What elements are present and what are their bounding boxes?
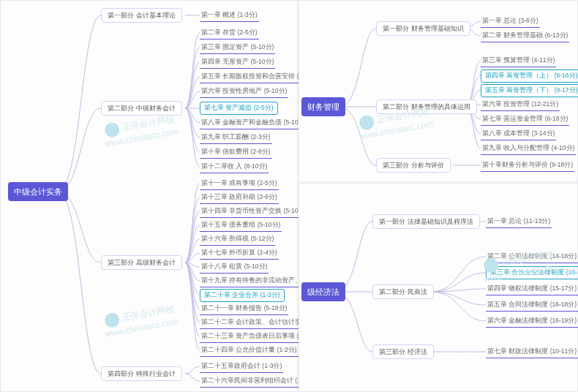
leaf-label: 第十章财务分析与评价 (9-18分): [482, 161, 573, 170]
mindmap-financial-management: 财务管理 第一部分 财务管理基础知识 第二部分 财务管理的具体运用 第三部分 分…: [299, 0, 578, 182]
leaf-node[interactable]: 第十二章收 入 (8-10分): [200, 161, 269, 173]
leaf-label: 第二十四章 公允价值计量 (1-2分): [201, 346, 297, 355]
leaf-node[interactable]: 第二十五章政府会计 (1-3分): [200, 361, 283, 373]
leaf-node[interactable]: 第六章 投资管理 (12-21分): [481, 99, 560, 111]
leaf-node[interactable]: 第九章 收入与分配管理 (4-10分): [481, 143, 576, 155]
leaf-label: 第四章 物权法律制度 (15-17分): [487, 284, 577, 293]
leaf-label: 第四章 筹资管理（上） (6-16分): [485, 72, 577, 80]
leaf-label: 第八章 金融资产和金融负债 (5-10分): [201, 118, 307, 127]
group-part1[interactable]: 第一部分 会计基本理论: [101, 8, 182, 23]
root-financial-management[interactable]: 财务管理: [301, 97, 345, 116]
leaf-node[interactable]: 第四章 无形资产 (5-10分): [200, 56, 275, 69]
leaf-node[interactable]: 第二章 存货 (2-5分): [200, 27, 259, 39]
leaf-node-highlighted[interactable]: 第五章 筹资管理（下） (9-17分): [481, 84, 578, 97]
leaf-label: 第五章 筹资管理（下） (9-17分): [485, 86, 577, 95]
leaf-node[interactable]: 第七章 营运资金管理 (6-18分): [481, 113, 569, 126]
group-label: 第四部分 特殊行业会计: [108, 369, 176, 379]
leaf-label: 第十七章 外币折算 (2-4分): [201, 249, 277, 257]
leaf-label: 第五章 长期股权投资和合营安排 (7-1…: [201, 72, 314, 81]
leaf-label: 第七章 财政法律制度 (10-11分): [487, 347, 577, 356]
root-label: 财务管理: [307, 102, 339, 113]
group-label: 第三部分 高级财务会计: [108, 258, 176, 268]
leaf-node-highlighted[interactable]: 第七章 资产减值 (2-5分): [200, 102, 278, 115]
leaf-node[interactable]: 第二章 财务管理基础 (6-13分): [481, 30, 569, 42]
leaf-node[interactable]: 第十一章 或有事项 (2-5分): [200, 178, 279, 190]
group-part2[interactable]: 第二部分 民商法: [372, 284, 434, 299]
leaf-label: 第二十六章民间非营利组织会计 (1-2…: [201, 377, 312, 385]
leaf-node[interactable]: 第十三章 政府补助 (2-6分): [200, 192, 279, 204]
leaf-node[interactable]: 第八章 成本管理 (3-14分): [481, 128, 556, 140]
root-label: 中级会计实务: [14, 186, 62, 197]
group-label: 第一部分 财务管理基础知识: [383, 24, 464, 34]
leaf-node[interactable]: 第十八章 租赁 (5-10分): [200, 261, 269, 274]
group-label: 第二部分 中级财务会计: [108, 104, 176, 113]
group-label: 第二部分 民商法: [379, 287, 427, 297]
leaf-node[interactable]: 第一章 总论 (3-6分): [481, 15, 540, 28]
leaf-label: 第五章 合同法律制度 (16-18分): [487, 301, 577, 309]
leaf-node[interactable]: 第三章 预算管理 (4-11分): [481, 55, 556, 67]
leaf-label: 第一章 总论 (11-13分): [487, 217, 550, 226]
leaf-node[interactable]: 第十六章 所得税 (5-12分): [200, 233, 275, 246]
logo-icon: [104, 121, 121, 138]
leaf-node-highlighted[interactable]: 第四章 筹资管理（上） (6-16分): [481, 69, 578, 83]
root-accounting-practice[interactable]: 中级会计实务: [8, 182, 68, 201]
leaf-label: 第十一章 或有事项 (2-5分): [201, 179, 277, 188]
logo-icon: [104, 312, 121, 328]
leaf-label: 第二十章 企业合并 (1-3分): [204, 291, 280, 300]
leaf-node[interactable]: 第二章 公司法律制度 (14-16分): [486, 251, 578, 263]
leaf-node[interactable]: 第十七章 外币折算 (2-4分): [200, 247, 279, 260]
leaf-node[interactable]: 第四章 物权法律制度 (15-17分): [486, 283, 578, 295]
group-part1[interactable]: 第一部分 法律基础知识及程序法: [372, 214, 480, 229]
leaf-node[interactable]: 第八章 金融资产和金融负债 (5-10分): [200, 117, 308, 129]
group-part3[interactable]: 第三部分 高级财务会计: [101, 255, 182, 270]
leaf-node[interactable]: 第七章 财政法律制度 (10-11分): [486, 346, 578, 358]
leaf-node[interactable]: 第六章 投资性房地产 (5-10分): [200, 86, 288, 98]
group-part2[interactable]: 第二部分 财务管理的具体运用: [376, 99, 477, 114]
group-part3[interactable]: 第三部分 经济法: [372, 344, 434, 359]
leaf-label: 第六章 投资管理 (12-21分): [482, 100, 558, 109]
leaf-node[interactable]: 第十章财务分析与评价 (9-18分): [481, 159, 574, 172]
leaf-label: 第六章 投资性房地产 (5-10分): [201, 87, 287, 96]
leaf-label: 第八章 成本管理 (3-14分): [482, 129, 555, 138]
group-part1[interactable]: 第一部分 财务管理基础知识: [376, 21, 470, 36]
group-part2[interactable]: 第二部分 中级财务会计: [101, 101, 182, 116]
leaf-node[interactable]: 第九章 职工薪酬 (2-3分): [200, 132, 272, 144]
root-label: 级经济法: [307, 287, 339, 298]
group-label: 第二部分 财务管理的具体运用: [383, 102, 470, 112]
leaf-label: 第十三章 政府补助 (2-6分): [201, 193, 277, 202]
group-label: 第三部分 经济法: [379, 347, 427, 357]
leaf-node[interactable]: 第五章 合同法律制度 (16-18分): [486, 299, 578, 312]
leaf-node-highlighted[interactable]: 第三章 合伙企业法律制度 (10-11分): [486, 266, 578, 279]
group-part4[interactable]: 第四部分 特殊行业会计: [101, 366, 182, 381]
leaf-node[interactable]: 第二十六章民间非营利组织会计 (1-2…: [200, 375, 314, 388]
group-label: 第一部分 法律基础知识及程序法: [379, 217, 473, 227]
leaf-label: 第九章 收入与分配管理 (4-10分): [482, 144, 574, 153]
root-economic-law[interactable]: 级经济法: [301, 282, 345, 301]
watermark: 正保会计网校www.chinaacc.com: [102, 111, 180, 150]
leaf-node[interactable]: 第六章 金融法律制度 (16-19分): [486, 315, 578, 328]
leaf-node[interactable]: 第一章 概述 (1-3分): [200, 10, 259, 22]
leaf-label: 第十章 借款费用 (2-8分): [201, 148, 271, 157]
leaf-node[interactable]: 第十章 借款费用 (2-8分): [200, 146, 272, 159]
leaf-node[interactable]: 第三章 固定资产 (5-10分): [200, 42, 275, 54]
leaf-label: 第三章 固定资产 (5-10分): [201, 43, 274, 52]
watermark: 正保会计网校www.chinaacc.com: [102, 301, 180, 340]
leaf-node[interactable]: 第十五章 债务重组 (5-10分): [200, 219, 282, 232]
group-part3[interactable]: 第三部分 分析与评价: [376, 158, 451, 173]
leaf-label: 第一章 概述 (1-3分): [201, 11, 258, 20]
group-label: 第一部分 会计基本理论: [108, 11, 176, 20]
leaf-node[interactable]: 第二十四章 公允价值计量 (1-2分): [200, 344, 299, 357]
leaf-label: 第十九章 持有待售的非流动资产、处…: [201, 276, 315, 285]
leaf-label: 第七章 营运资金管理 (6-18分): [482, 115, 568, 124]
mindmap-economic-law: 级经济法 第一部分 法律基础知识及程序法 第二部分 民商法 第三部分 经济法 第…: [299, 183, 578, 392]
logo-icon: [359, 114, 375, 131]
leaf-node[interactable]: 第二十一章 财务报告 (5-18分): [200, 303, 288, 315]
leaf-label: 第三章 预算管理 (4-11分): [482, 56, 555, 65]
leaf-label: 第十五章 债务重组 (5-10分): [201, 221, 280, 230]
leaf-node[interactable]: 第十四章 非货币性资产交换 (5-10分): [200, 206, 308, 218]
leaf-label: 第十二章收 入 (8-10分): [201, 162, 267, 171]
leaf-label: 第三章 合伙企业法律制度 (10-11分): [490, 268, 578, 277]
leaf-node-highlighted[interactable]: 第二十章 企业合并 (1-3分): [200, 289, 285, 302]
leaf-node[interactable]: 第一章 总论 (11-13分): [486, 216, 552, 228]
leaf-label: 第二章 存货 (2-5分): [201, 29, 258, 37]
